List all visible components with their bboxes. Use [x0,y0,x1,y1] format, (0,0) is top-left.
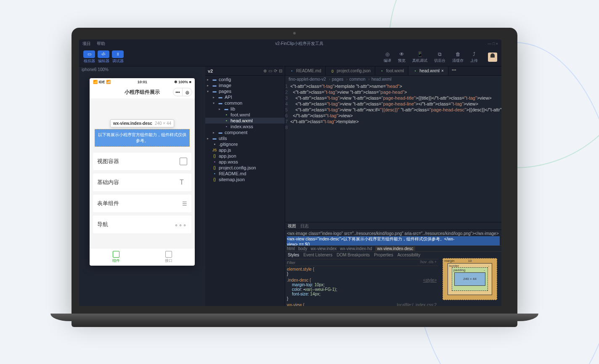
folder-pages[interactable]: ▾▬pages [205,88,285,94]
tab-projcfg[interactable]: {}project.config.json [326,66,375,75]
filter-toggles[interactable]: :hov .cls + [419,260,437,265]
file-appwxss[interactable]: ▪app.wxss [205,159,285,165]
ide-window: 项目 帮助 v2-FinClip小程序开发工具 — □ × ▭模拟器 ‹/›编辑… [79,40,501,306]
tab-api[interactable]: 接口 [142,248,195,266]
grid-icon [113,251,119,258]
listeners-tab[interactable]: Event Listeners [303,253,332,258]
container-icon [180,158,187,165]
window-title: v2-FinClip小程序开发工具 [111,41,488,47]
simulator-pane: iphone6 100% 📶 IDE 📶 10:01 ✱ 100% ■ 小程序组… [79,66,205,306]
phone-statusbar: 📶 IDE 📶 10:01 ✱ 100% ■ [90,78,195,86]
laptop-base [72,314,517,327]
mode-debugger[interactable]: ⫴ [112,50,124,58]
tabs-more[interactable]: ••• [448,66,460,75]
tab-readme[interactable]: ▪README.md [285,66,326,75]
dt-tab-console[interactable]: 日志 [300,223,309,229]
selected-element[interactable]: 以下将展示小程序官方组件能力，组件样式仅供参考。 [95,129,190,147]
folder-common[interactable]: ▾▬common [205,100,285,106]
action-remote[interactable]: 📱真机调试 [412,51,427,63]
phone-tabbar: 组件 接口 [90,248,195,266]
menubar: 项目 帮助 v2-FinClip小程序开发工具 — □ × [79,40,501,48]
action-preview[interactable]: 👁预览 [398,51,406,63]
folder-utils[interactable]: ▸▬utils [205,135,285,141]
new-folder-icon[interactable]: ▭ [268,69,272,73]
dom-tree[interactable]: <wx-image class="index-logo" src="../res… [285,230,501,245]
file-sitemap[interactable]: {}sitemap.json [205,177,285,182]
folder-component[interactable]: ▸▬component [205,129,285,135]
box-model: margin10 border- padding- 240 × 44 [438,252,501,306]
menu-help[interactable]: 帮助 [97,41,105,47]
file-readme[interactable]: ▪README.md [205,171,285,177]
folder-lib[interactable]: ▸▬lib [205,106,285,112]
tab-head[interactable]: ▪head.wxml× [408,66,448,75]
devtools: 视图 日志 <wx-image class="index-logo" src="… [285,222,501,306]
camera-dot [293,32,296,34]
line-gutter: 12345678 [285,83,290,221]
dt-tab-wxml[interactable]: 视图 [288,223,296,229]
text-icon: T [180,179,187,186]
folder-config[interactable]: ▸▬config [205,76,285,82]
mode-editor[interactable]: ‹/› [98,50,109,58]
card-form[interactable]: 表单组件☰ [93,195,191,212]
phone-preview: 📶 IDE 📶 10:01 ✱ 100% ■ 小程序组件展示 •••◎ wx- [90,78,195,266]
toolbar: ▭模拟器 ‹/›编辑器 ⫴调试器 ◎编译 👁预览 📱真机调试 ⧉切后台 🗑清缓存… [79,48,501,66]
file-projcfg[interactable]: {}project.config.json [205,165,285,171]
card-basic[interactable]: 基础内容T [93,174,191,191]
card-nav[interactable]: 导航∘∘∘ [93,216,191,233]
api-icon [165,251,172,258]
file-appjson[interactable]: {}app.json [205,153,285,159]
tab-foot[interactable]: ▪foot.wxml [375,66,408,75]
action-upload[interactable]: ⤴上传 [470,51,478,63]
folder-image[interactable]: ▸▬image [205,82,285,88]
inspect-tooltip: wx-view.index-desc240 × 44 [110,119,174,127]
explorer-root[interactable]: v2 [208,69,213,74]
styles-filter[interactable] [287,260,419,265]
file-appjs[interactable]: JSapp.js [205,147,285,153]
a11y-tab[interactable]: Accessibility [398,253,420,258]
styles-tab[interactable]: Styles [288,253,299,258]
close-icon[interactable]: × [441,69,444,73]
file-explorer: v2 ⊕ ▭ ⟳ ⊟ ▸▬config ▸▬image ▾▬pages ▸▬AP… [205,66,285,306]
card-view-container[interactable]: 视图容器 [93,153,191,170]
file-head[interactable]: ▪head.wxml [205,118,285,124]
window-controls[interactable]: — □ × [488,42,498,46]
dom-breadcrumb[interactable]: htmlbody wx-view.indexwx-view.index-hd w… [285,245,501,251]
styles-pane: Styles Event Listeners DOM Breakpoints P… [285,252,438,306]
menu-project[interactable]: 项目 [82,41,91,47]
page-title: 小程序组件展示 [125,89,160,96]
action-compile[interactable]: ◎编译 [384,51,391,63]
phone-navbar: 小程序组件展示 •••◎ [90,86,195,98]
breadcrumb[interactable]: fino-applet-demo-v2pagescommonhead.wxml [285,76,501,82]
tab-component[interactable]: 组件 [90,248,142,266]
code-editor[interactable]: 12345678 <"t-attr">class="t-tag">templat… [285,82,501,222]
file-foot[interactable]: ▪foot.wxml [205,112,285,118]
folder-api[interactable]: ▸▬API [205,94,285,100]
more-icon: ∘∘∘ [175,222,187,228]
file-indexcss[interactable]: ▪index.wxss [205,124,285,129]
capsule-menu[interactable]: ••• [173,88,183,96]
avatar[interactable] [488,53,497,62]
props-tab[interactable]: Properties [374,253,393,258]
action-background[interactable]: ⧉切后台 [434,51,445,63]
new-file-icon[interactable]: ⊕ [263,69,267,73]
mode-simulator[interactable]: ▭ [83,50,95,58]
file-gitignore[interactable]: ▪.gitignore [205,141,285,147]
list-icon: ☰ [182,200,187,207]
collapse-icon[interactable]: ⊟ [279,69,282,73]
editor-tabs: ▪README.md {}project.config.json ▪foot.w… [285,66,501,76]
device-info: iphone6 100% [79,66,205,74]
laptop-frame: 项目 帮助 v2-FinClip小程序开发工具 — □ × ▭模拟器 ‹/›编辑… [72,28,517,327]
dom-bp-tab[interactable]: DOM Breakpoints [337,253,370,258]
refresh-icon[interactable]: ⟳ [274,69,277,73]
action-cache[interactable]: 🗑清缓存 [452,51,464,63]
capsule-close[interactable]: ◎ [183,88,192,96]
